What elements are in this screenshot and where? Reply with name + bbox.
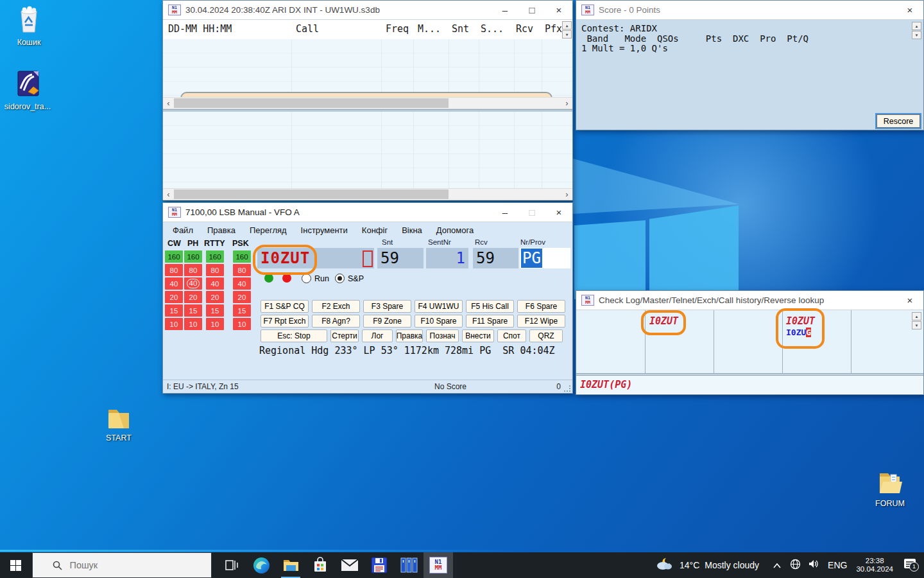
scroll-left-arrow[interactable]: ‹ [163,98,174,109]
close-button[interactable]: × [896,291,923,310]
log-column-header[interactable]: DD-MM HH:MM [168,23,232,35]
band-button[interactable]: 20 [184,291,202,303]
snt-field[interactable]: 59 [377,248,424,268]
f3-button[interactable]: F3 Spare [363,300,411,313]
volume-icon[interactable] [809,559,820,572]
check-window-titlebar[interactable]: N1MM Check Log/Master/Telnet/Exch/Call h… [576,291,923,310]
score-window-titlebar[interactable]: N1MM Score - 0 Points × [576,1,923,20]
band-button[interactable]: 160 [165,250,183,263]
band-button[interactable]: 10 [165,318,183,330]
log-column-header[interactable]: Call [296,23,319,35]
entry-window-titlebar[interactable]: N1MM 7100,00 LSB Manual - VFO A – □ × [163,203,572,222]
f4-button[interactable]: F4 UW1WU [415,300,463,313]
store-button[interactable] [305,552,335,578]
f7-button[interactable]: F7 Rpt Exch [261,315,309,328]
weather-icon[interactable] [655,556,673,574]
task-view-button[interactable] [217,552,246,578]
file-explorer-button[interactable] [276,552,305,578]
mail-button[interactable] [335,552,364,578]
band-button[interactable]: 10 [184,318,202,330]
rcv-field[interactable]: 59 [473,248,518,268]
scrollbar-thumb[interactable] [174,189,449,199]
minimize-button[interactable]: – [492,1,518,19]
nrprov-field[interactable]: PG [520,248,570,268]
taskbar-search[interactable] [32,552,212,578]
edge-button[interactable] [246,552,276,578]
band-button[interactable]: 15 [165,304,183,317]
desktop-icon-start-folder[interactable]: START [91,405,146,442]
esc-stop-button[interactable]: Esc: Stop [261,329,327,342]
desktop-icon-recycle-bin[interactable]: Кошик [1,5,56,47]
start-button[interactable] [0,552,31,578]
band-button[interactable]: 10 [206,318,224,330]
archive-app-button[interactable] [394,552,424,578]
wipe-button[interactable]: Стерти [330,329,359,342]
band-button[interactable]: 80 [233,264,251,276]
menu-config[interactable]: Конфіг [362,225,388,235]
log-horizontal-scrollbar-2[interactable]: ‹ › [163,188,572,200]
scroll-left-arrow[interactable]: ‹ [163,189,174,200]
store-button[interactable]: Внести [462,329,494,342]
maximize-button[interactable]: □ [518,1,545,19]
f11-button[interactable]: F11 Spare [466,315,514,328]
band-button[interactable]: 15 [184,304,202,317]
band-button[interactable]: 160 [184,250,202,263]
search-input[interactable] [69,559,200,571]
floppy-app-button[interactable] [364,552,394,578]
band-button[interactable]: 80 [184,264,202,276]
network-globe-icon[interactable] [790,559,801,572]
band-button[interactable]: 160 [206,250,224,263]
rescore-button[interactable]: Rescore [877,114,920,128]
log-column-header[interactable]: Pfx [545,23,562,35]
check-spinner[interactable]: ▲▼ [912,312,921,329]
spot-button[interactable]: Спот [497,329,526,342]
notification-center-button[interactable]: 1 [903,558,916,573]
band-button[interactable]: 10 [233,318,251,330]
band-button[interactable]: 80 [206,264,224,276]
band-button[interactable]: 20 [165,291,183,303]
f1-button[interactable]: F1 S&P CQ [261,300,309,313]
band-button[interactable]: 160 [233,250,251,263]
tray-chevron-icon[interactable] [773,559,781,571]
edit-button[interactable]: Правка [396,329,423,342]
minimize-button[interactable]: – [492,203,518,222]
f5-button[interactable]: F5 His Call [466,300,514,313]
desktop-icon-sidorov-file[interactable]: sidorov_tra... [0,69,55,111]
tray-temperature[interactable]: 14°C [680,560,699,570]
tray-clock[interactable]: 23:38 30.04.2024 [856,557,893,574]
f12-button[interactable]: F12 Wipe [517,315,565,328]
f9-button[interactable]: F9 Zone [363,315,411,328]
band-button[interactable]: 20 [206,291,224,303]
resize-grip[interactable] [564,385,570,392]
desktop-icon-forum-folder[interactable]: FORUM [862,469,918,508]
f10-button[interactable]: F10 Spare [415,315,463,328]
menu-help[interactable]: Допомога [436,225,474,235]
mark-button[interactable]: Познач [426,329,459,342]
f8-button[interactable]: F8 Agn? [312,315,360,328]
log-horizontal-scrollbar[interactable]: ‹ › [163,97,572,109]
menu-tools[interactable]: Інструменти [301,225,348,235]
band-button-selected[interactable]: 40 [184,277,202,290]
tray-weather-text[interactable]: Mostly cloudy [705,560,759,570]
log-button[interactable]: Лог [362,329,393,342]
log-column-header[interactable]: Rcv [516,23,533,35]
log-column-header[interactable]: Snt [452,23,469,35]
band-button[interactable]: 40 [206,277,224,290]
menu-view[interactable]: Перегляд [250,225,287,235]
scroll-right-arrow[interactable]: › [561,189,572,200]
band-button[interactable]: 40 [165,277,183,290]
log-column-header[interactable]: M... [418,23,441,35]
band-button[interactable]: 40 [233,277,251,290]
log-column-header[interactable]: S... [481,23,504,35]
close-button[interactable]: × [545,1,572,19]
f2-button[interactable]: F2 Exch [312,300,360,313]
scrollbar-thumb[interactable] [174,98,449,108]
close-button[interactable]: × [896,1,923,19]
sp-radio[interactable]: S&P [335,274,364,283]
band-button[interactable]: 15 [233,304,251,317]
run-radio[interactable]: Run [302,274,329,283]
menu-file[interactable]: Файл [173,225,193,235]
log-header-spinner[interactable]: ▲▼ [562,21,572,39]
maximize-button[interactable]: □ [518,203,545,222]
f6-button[interactable]: F6 Spare [517,300,565,313]
